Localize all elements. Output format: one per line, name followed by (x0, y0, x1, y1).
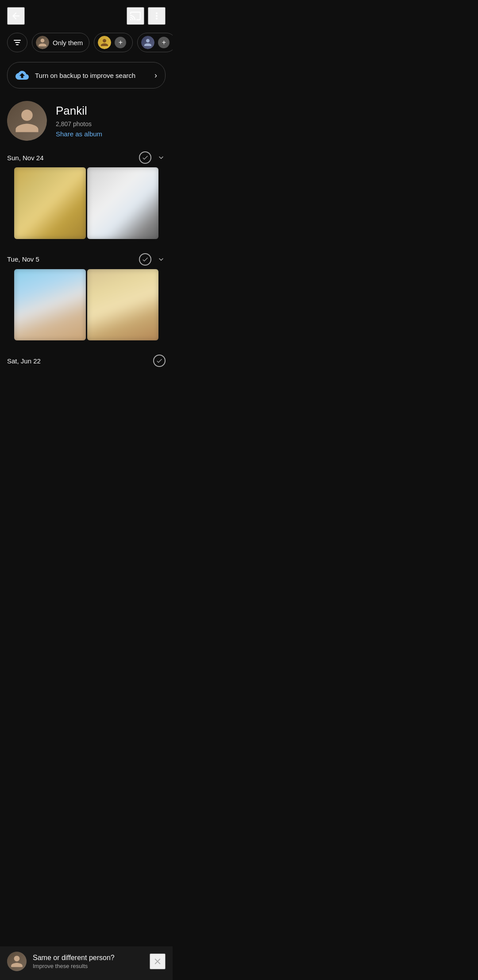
add-person2-chip[interactable]: + (94, 33, 133, 52)
person-section: Pankil 2,807 photos Share as album (0, 94, 173, 144)
person-name: Pankil (56, 104, 102, 118)
select-nov24-button[interactable] (139, 151, 151, 164)
photo-tile[interactable] (87, 167, 159, 239)
expand-nov24-button[interactable] (157, 153, 166, 162)
date-header-nov24: Sun, Nov 24 (7, 151, 166, 164)
cast-button[interactable] (127, 7, 144, 25)
person2-avatar (98, 36, 111, 49)
photo-tile[interactable] (14, 167, 86, 239)
person-avatar-icon (13, 107, 41, 135)
person3-silhouette (143, 38, 152, 47)
date-header-jun22: Sat, Jun 22 (7, 355, 166, 367)
date-group-jun22: Sat, Jun 22 (0, 347, 173, 410)
photo-image (14, 269, 86, 341)
chips-row: Only them + + (0, 28, 173, 57)
date-label-nov24: Sun, Nov 24 (7, 154, 44, 162)
backup-banner[interactable]: Turn on backup to improve search › (7, 62, 166, 89)
person3-avatar (141, 36, 154, 49)
person1-silhouette (38, 38, 47, 47)
photo-grid-nov5 (7, 269, 166, 348)
check-nov5-icon (142, 256, 149, 263)
add-person2-icon: + (115, 37, 126, 48)
chevron-nov24-icon (157, 153, 166, 162)
person2-silhouette (100, 38, 109, 47)
back-icon (11, 11, 21, 21)
filter-chip[interactable] (7, 33, 27, 52)
date-group-nov5: Tue, Nov 5 (0, 246, 173, 348)
photo-grid-nov24 (7, 167, 166, 246)
more-icon (151, 11, 162, 21)
person-photo-count: 2,807 photos (56, 120, 102, 127)
back-button[interactable] (7, 7, 25, 25)
backup-icon (15, 69, 29, 82)
backup-arrow: › (154, 71, 157, 80)
expand-nov5-button[interactable] (157, 255, 166, 264)
select-jun22-button[interactable] (153, 355, 166, 367)
add-person3-icon: + (158, 37, 170, 48)
more-options-button[interactable] (148, 7, 166, 25)
only-them-label: Only them (53, 39, 83, 46)
photo-tile[interactable] (14, 269, 86, 341)
date-group-nov24: Sun, Nov 24 (0, 144, 173, 246)
photo-image (14, 167, 86, 239)
cast-icon (130, 10, 141, 22)
select-nov5-button[interactable] (139, 253, 151, 266)
only-them-chip[interactable]: Only them (32, 33, 89, 52)
backup-text: Turn on backup to improve search (35, 72, 148, 79)
date-header-nov5: Tue, Nov 5 (7, 253, 166, 266)
filter-icon (14, 40, 21, 45)
header (0, 0, 173, 28)
add-person3-chip[interactable]: + (137, 33, 173, 52)
photo-image (87, 167, 159, 239)
check-nov24-icon (142, 154, 149, 161)
check-jun22-icon (156, 357, 163, 364)
date-label-nov5: Tue, Nov 5 (7, 255, 39, 263)
person-info: Pankil 2,807 photos Share as album (56, 104, 102, 138)
date-label-jun22: Sat, Jun 22 (7, 357, 41, 365)
photo-tile[interactable] (87, 269, 159, 341)
share-as-album-link[interactable]: Share as album (56, 130, 102, 138)
person1-avatar (36, 36, 49, 49)
chevron-nov5-icon (157, 255, 166, 264)
person-avatar (7, 101, 47, 141)
photo-image (87, 269, 159, 341)
